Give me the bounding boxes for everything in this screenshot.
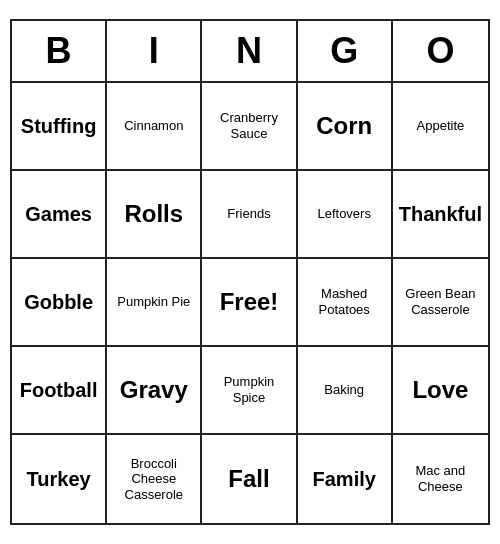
bingo-cell: Fall (202, 435, 297, 523)
bingo-cell: Leftovers (298, 171, 393, 259)
bingo-cell: Cinnamon (107, 83, 202, 171)
header-letter: O (393, 21, 488, 81)
bingo-cell: Broccoli Cheese Casserole (107, 435, 202, 523)
cell-text: Mac and Cheese (397, 463, 484, 494)
cell-text: Family (313, 467, 376, 491)
cell-text: Thankful (399, 202, 482, 226)
cell-text: Mashed Potatoes (302, 286, 387, 317)
cell-text: Cinnamon (124, 118, 183, 134)
bingo-cell: Mashed Potatoes (298, 259, 393, 347)
bingo-cell: Pumpkin Spice (202, 347, 297, 435)
bingo-cell: Turkey (12, 435, 107, 523)
bingo-card: BINGO StuffingCinnamonCranberry SauceCor… (10, 19, 490, 525)
cell-text: Games (25, 202, 92, 226)
bingo-cell: Rolls (107, 171, 202, 259)
bingo-cell: Stuffing (12, 83, 107, 171)
bingo-cell: Love (393, 347, 488, 435)
cell-text: Leftovers (317, 206, 370, 222)
cell-text: Fall (228, 465, 269, 494)
bingo-cell: Cranberry Sauce (202, 83, 297, 171)
cell-text: Broccoli Cheese Casserole (111, 456, 196, 503)
cell-text: Pumpkin Spice (206, 374, 291, 405)
cell-text: Baking (324, 382, 364, 398)
cell-text: Rolls (124, 200, 183, 229)
cell-text: Corn (316, 112, 372, 141)
bingo-cell: Thankful (393, 171, 488, 259)
cell-text: Stuffing (21, 114, 97, 138)
bingo-cell: Corn (298, 83, 393, 171)
bingo-cell: Games (12, 171, 107, 259)
bingo-cell: Gobble (12, 259, 107, 347)
bingo-cell: Pumpkin Pie (107, 259, 202, 347)
bingo-cell: Free! (202, 259, 297, 347)
bingo-cell: Appetite (393, 83, 488, 171)
cell-text: Free! (220, 288, 279, 317)
cell-text: Turkey (27, 467, 91, 491)
header-letter: N (202, 21, 297, 81)
bingo-cell: Football (12, 347, 107, 435)
header-letter: I (107, 21, 202, 81)
cell-text: Cranberry Sauce (206, 110, 291, 141)
bingo-cell: Mac and Cheese (393, 435, 488, 523)
header-letter: B (12, 21, 107, 81)
cell-text: Love (412, 376, 468, 405)
cell-text: Gobble (24, 290, 93, 314)
cell-text: Green Bean Casserole (397, 286, 484, 317)
bingo-cell: Green Bean Casserole (393, 259, 488, 347)
bingo-cell: Gravy (107, 347, 202, 435)
bingo-cell: Friends (202, 171, 297, 259)
bingo-header: BINGO (12, 21, 488, 83)
header-letter: G (298, 21, 393, 81)
cell-text: Appetite (417, 118, 465, 134)
bingo-grid: StuffingCinnamonCranberry SauceCornAppet… (12, 83, 488, 523)
bingo-cell: Family (298, 435, 393, 523)
bingo-cell: Baking (298, 347, 393, 435)
cell-text: Pumpkin Pie (117, 294, 190, 310)
cell-text: Football (20, 378, 98, 402)
cell-text: Gravy (120, 376, 188, 405)
cell-text: Friends (227, 206, 270, 222)
